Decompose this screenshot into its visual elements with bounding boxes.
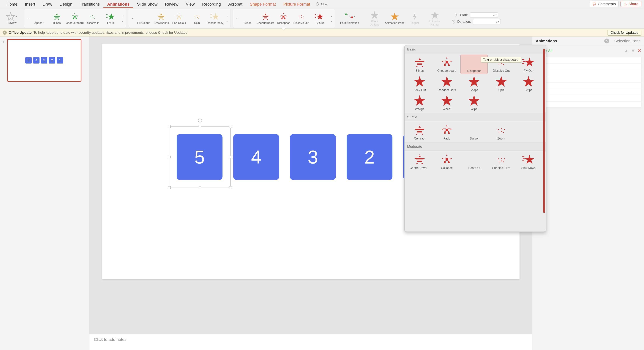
effect-line-colour[interactable]: Line Colour: [170, 12, 188, 25]
emphasis-gallery[interactable]: ‹ Fill ColourGrow/ShrinkLine ColourSpinT…: [128, 9, 231, 28]
rotate-handle[interactable]: [198, 119, 202, 122]
flyout-effect-collapse[interactable]: Collapse: [433, 152, 460, 171]
selection-pane-tab[interactable]: Selection Pane: [611, 36, 644, 45]
move-up-icon[interactable]: ▲: [624, 48, 629, 54]
gallery-more-icon[interactable]: ›⌄: [225, 10, 229, 27]
effect-fill-colour[interactable]: Fill Colour: [134, 12, 152, 25]
star-icon: [414, 153, 426, 166]
resize-handle[interactable]: [229, 125, 232, 128]
move-down-icon[interactable]: ▼: [630, 48, 636, 54]
resize-handle[interactable]: [168, 156, 171, 158]
flyout-effect-contract[interactable]: Contract: [406, 122, 433, 141]
check-updates-button[interactable]: Check for Updates: [607, 30, 642, 35]
star-icon: [468, 124, 480, 136]
tell-me[interactable]: Tell me: [316, 2, 328, 6]
comments-button[interactable]: Comments: [590, 1, 619, 7]
effect-dissolve-out[interactable]: Dissolve Out: [292, 12, 310, 25]
resize-handle[interactable]: [168, 125, 171, 128]
tab-picture-format[interactable]: Picture Format: [280, 0, 314, 8]
flyout-effect-shrink-turn[interactable]: Shrink & Turn: [488, 152, 515, 171]
flyout-effect-strips[interactable]: Strips: [515, 74, 542, 93]
gallery-prev-icon[interactable]: ‹: [131, 16, 134, 20]
gallery-more-icon[interactable]: ›⌄: [120, 10, 125, 27]
slide-thumbnail[interactable]: 54321: [7, 39, 82, 82]
scrollbar[interactable]: [543, 49, 546, 230]
flyout-effect-chequerboard[interactable]: Chequerboard: [433, 54, 460, 74]
tab-insert[interactable]: Insert: [21, 0, 39, 8]
effect-fly-out[interactable]: Fly Out: [310, 12, 328, 25]
effect-spin[interactable]: Spin: [188, 12, 206, 25]
notes-pane[interactable]: Click to add notes: [90, 334, 532, 350]
info-icon[interactable]: ✕: [2, 30, 7, 35]
gallery-prev-icon[interactable]: ‹: [27, 16, 30, 20]
effect-disappear[interactable]: Disappear: [274, 12, 292, 25]
tab-design[interactable]: Design: [56, 0, 76, 8]
effect-blinds[interactable]: Blinds: [48, 12, 66, 25]
flyout-effect-wipe[interactable]: Wipe: [460, 93, 488, 112]
start-field[interactable]: ▲▼: [470, 12, 498, 18]
flyout-effect-zoom[interactable]: Zoom: [488, 122, 515, 141]
tab-slide-show[interactable]: Slide Show: [133, 0, 161, 8]
flyout-effect-split[interactable]: Split: [488, 74, 515, 93]
effect-chequerboard[interactable]: Chequerboard: [66, 12, 84, 25]
tab-review[interactable]: Review: [161, 0, 182, 8]
duration-field[interactable]: ▲▼: [473, 19, 501, 24]
effect-dissolve-in[interactable]: Dissolve In: [84, 12, 102, 25]
flyout-effect-sink-down[interactable]: Sink Down: [515, 152, 542, 171]
exit-effects-flyout[interactable]: BasicBlindsChequerboardText or object di…: [404, 45, 546, 232]
delete-icon[interactable]: ✕: [637, 48, 642, 54]
effect-appear[interactable]: Appear: [30, 12, 48, 25]
tab-draw[interactable]: Draw: [39, 0, 56, 8]
star-icon: [441, 94, 453, 107]
flyout-effect-swivel[interactable]: Swivel: [460, 122, 488, 141]
effect-transparency[interactable]: Transparency: [206, 12, 224, 25]
flyout-effect-disappear[interactable]: Text or object disappears.Disappear: [460, 54, 488, 74]
flyout-effect-random-bars[interactable]: Random Bars: [433, 74, 460, 93]
close-icon[interactable]: ✕: [604, 38, 609, 43]
resize-handle[interactable]: [199, 125, 201, 128]
animation-list[interactable]: [535, 57, 642, 108]
slide-shape[interactable]: 2: [346, 134, 392, 180]
tab-shape-format[interactable]: Shape Format: [246, 0, 280, 8]
effect-fly-in[interactable]: Fly In: [102, 12, 120, 25]
share-button[interactable]: Share: [620, 1, 641, 7]
tab-acrobat[interactable]: Acrobat: [224, 0, 246, 8]
resize-handle[interactable]: [199, 186, 201, 189]
thumbnail-panel[interactable]: 1 54321: [0, 36, 90, 350]
flyout-effect-blinds[interactable]: Blinds: [406, 54, 433, 74]
tab-view[interactable]: View: [182, 0, 198, 8]
exit-gallery[interactable]: ‹ BlindsChequerboardDisappearDissolve Ou…: [232, 9, 335, 28]
entrance-gallery[interactable]: ‹ AppearBlindsChequerboardDissolve InFly…: [24, 9, 126, 28]
slide-shape[interactable]: 5: [177, 134, 222, 180]
flyout-effect-fade[interactable]: Fade: [433, 122, 460, 141]
flyout-effect-wheel[interactable]: Wheel: [433, 93, 460, 112]
animation-pane-button[interactable]: Animation Pane: [384, 12, 406, 25]
gallery-more-icon[interactable]: ›⌄: [329, 10, 333, 27]
scrollbar-thumb[interactable]: [543, 49, 545, 213]
preview-button[interactable]: ▾ Preview: [2, 12, 20, 25]
tab-animations[interactable]: Animations: [104, 0, 133, 8]
flyout-effect-float-out[interactable]: Float Out: [460, 152, 488, 171]
gallery-prev-icon[interactable]: ‹: [235, 16, 239, 20]
slide-shape[interactable]: 3: [290, 134, 336, 180]
path-animation-button[interactable]: ▾ Path Animation: [338, 12, 361, 25]
slide-shape[interactable]: 4: [233, 134, 279, 180]
tab-transitions[interactable]: Transitions: [76, 0, 104, 8]
flyout-effect-peek-out[interactable]: Peek Out: [406, 74, 433, 93]
resize-handle[interactable]: [229, 186, 232, 189]
resize-handle[interactable]: [168, 186, 171, 189]
star-icon: [441, 153, 453, 166]
flyout-effect-shape[interactable]: Shape: [460, 74, 488, 93]
tab-recording[interactable]: Recording: [198, 0, 224, 8]
resize-handle[interactable]: [229, 156, 232, 158]
flyout-effect-centre-revol-[interactable]: Centre Revol...: [406, 152, 433, 171]
animation-painter-button: Animation Painter: [424, 10, 446, 26]
effect-blinds[interactable]: Blinds: [239, 12, 256, 25]
star-icon: [495, 153, 508, 166]
tab-home[interactable]: Home: [3, 0, 21, 8]
animations-tab[interactable]: Animations: [532, 36, 560, 45]
effect-chequerboard[interactable]: Chequerboard: [256, 12, 274, 25]
effect-grow-shrink[interactable]: Grow/Shrink: [152, 12, 170, 25]
flyout-effect-wedge[interactable]: Wedge: [406, 93, 433, 112]
trigger-button: Trigger: [406, 12, 424, 25]
